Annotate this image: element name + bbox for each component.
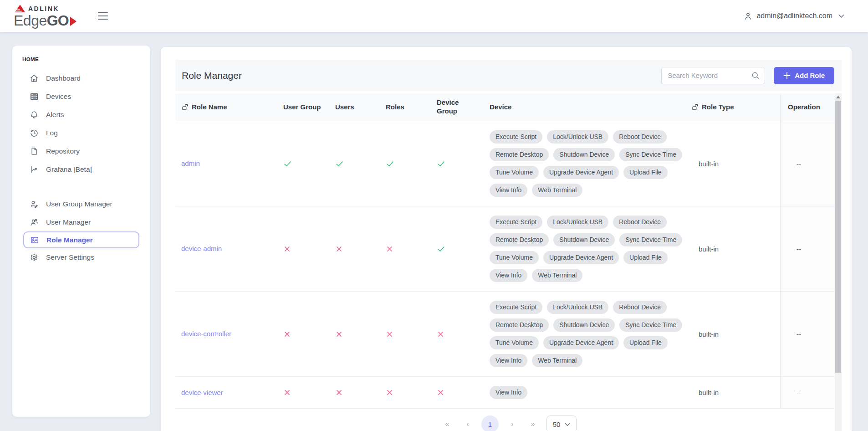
table-scrollbar[interactable] <box>835 93 842 431</box>
sidebar-item-log[interactable]: Log <box>12 124 150 142</box>
operation-cell: -- <box>780 377 842 408</box>
user-group-mark-cell <box>283 159 335 168</box>
pagination-first-button[interactable]: « <box>440 417 454 431</box>
sidebar-item-grafana-beta[interactable]: Grafana [Beta] <box>12 160 150 179</box>
role-type-cell: built-in <box>692 389 780 396</box>
sidebar-item-dashboard[interactable]: Dashboard <box>12 69 150 87</box>
sidebar-item-label: User Group Manager <box>46 200 112 208</box>
cross-icon <box>283 389 291 396</box>
permission-tag-reboot-device: Reboot Device <box>613 301 667 314</box>
permission-tag-view-info: View Info <box>490 184 527 197</box>
operation-cell: -- <box>780 121 842 206</box>
sidebar-item-repository[interactable]: Repository <box>12 142 150 160</box>
role-name-link[interactable]: device-admin <box>181 245 222 252</box>
gear-icon <box>30 253 39 262</box>
scrollbar-thumb[interactable] <box>835 101 841 373</box>
permission-tag-web-terminal: Web Terminal <box>532 354 582 367</box>
users-icon <box>30 218 39 227</box>
search-icon[interactable] <box>751 71 760 82</box>
sidebar-nav-secondary: User Group ManagerUser ManagerRole Manag… <box>12 195 150 267</box>
pagination: « ‹ 1 › » 50 <box>175 416 842 431</box>
permission-tag-reboot-device: Reboot Device <box>613 216 667 229</box>
column-header-label: Users <box>335 103 354 112</box>
sidebar-section-label: HOME <box>22 56 150 62</box>
chevron-down-icon <box>565 423 570 426</box>
user-edit-icon <box>30 200 39 209</box>
users-mark-cell <box>335 245 386 253</box>
add-role-label: Add Role <box>795 72 825 79</box>
sidebar-item-label: Devices <box>46 92 71 101</box>
cross-icon <box>335 245 343 253</box>
role-name-link[interactable]: device-viewer <box>181 389 223 396</box>
check-icon <box>335 159 344 168</box>
role-name-link[interactable]: admin <box>181 159 200 167</box>
cross-icon <box>283 245 291 253</box>
column-header-label: Role Name <box>192 103 227 112</box>
permission-tag-remote-desktop: Remote Desktop <box>490 148 549 161</box>
permission-tag-shutdown-device: Shutdown Device <box>553 318 615 332</box>
search-input[interactable] <box>661 67 765 84</box>
user-group-mark-cell <box>283 245 335 253</box>
permission-tag-execute-script: Execute Script <box>490 130 542 144</box>
permission-tag-web-terminal: Web Terminal <box>532 269 582 282</box>
pagination-current-page[interactable]: 1 <box>481 416 499 431</box>
sidebar-item-label: Dashboard <box>46 74 81 82</box>
devices-icon <box>30 92 39 101</box>
role-name-link[interactable]: device-controller <box>181 330 231 338</box>
page-size-value: 50 <box>553 421 561 428</box>
operation-cell: -- <box>780 292 842 376</box>
pagination-prev-button[interactable]: ‹ <box>461 417 475 431</box>
sidebar-item-server-settings[interactable]: Server Settings <box>12 248 150 267</box>
cross-icon <box>386 245 393 253</box>
bell-icon <box>30 110 39 119</box>
page-size-select[interactable]: 50 <box>546 416 577 431</box>
brand-edge-text: Edge <box>14 13 47 28</box>
column-header-label: Role Type <box>702 103 734 112</box>
table-header-row: Role NameUser GroupUsersRolesDevice Grou… <box>175 93 842 121</box>
sidebar-item-role-manager[interactable]: Role Manager <box>23 231 139 248</box>
add-role-button[interactable]: Add Role <box>774 67 834 84</box>
pagination-next-button[interactable]: › <box>505 417 519 431</box>
column-header-device: Device <box>490 103 692 112</box>
check-icon <box>386 159 394 168</box>
sidebar-item-label: Alerts <box>46 111 64 119</box>
sidebar-item-alerts[interactable]: Alerts <box>12 106 150 124</box>
cross-icon <box>386 330 393 338</box>
sidebar-item-user-manager[interactable]: User Manager <box>12 213 150 231</box>
column-header-user-group: User Group <box>283 103 335 112</box>
check-icon <box>283 159 292 168</box>
hamburger-menu-button[interactable] <box>95 8 111 24</box>
permission-tag-upgrade-device-agent: Upgrade Device Agent <box>543 251 619 264</box>
device-group-mark-cell <box>437 159 490 168</box>
home-icon <box>30 74 39 83</box>
table-row-device-admin: device-adminExecute ScriptLock/Unlock US… <box>175 206 842 291</box>
user-email: admin@adlinktech.com <box>756 12 832 20</box>
sidebar-item-user-group-manager[interactable]: User Group Manager <box>12 195 150 213</box>
user-menu[interactable]: admin@adlinktech.com <box>744 12 844 21</box>
role-name-cell: device-admin <box>175 245 283 253</box>
scroll-up-arrow-icon[interactable] <box>835 93 842 100</box>
permission-tag-execute-script: Execute Script <box>490 216 542 229</box>
column-header-operation: Operation <box>780 93 842 121</box>
permission-tag-tune-volume: Tune Volume <box>490 336 539 349</box>
sidebar-item-devices[interactable]: Devices <box>12 87 150 106</box>
permission-tag-view-info: View Info <box>490 354 527 367</box>
role-type-cell: built-in <box>692 160 780 168</box>
sidebar-nav-primary: DashboardDevicesAlertsLogRepositoryGrafa… <box>12 69 150 179</box>
sidebar-item-label: Server Settings <box>46 253 94 262</box>
permission-tag-view-info: View Info <box>490 269 527 282</box>
sidebar-item-label: Log <box>46 129 58 137</box>
unlock-icon <box>182 103 188 111</box>
column-header-label: Roles <box>386 103 404 112</box>
pagination-last-button[interactable]: » <box>526 417 540 431</box>
table-row-admin: adminExecute ScriptLock/Unlock USBReboot… <box>175 121 842 206</box>
permission-tag-upgrade-device-agent: Upgrade Device Agent <box>543 336 619 349</box>
history-icon <box>30 128 39 138</box>
sidebar-item-label: Grafana [Beta] <box>46 165 92 174</box>
main-content-card: Role Manager Add Role Role NameUser Grou… <box>161 47 852 431</box>
device-permissions-cell: Execute ScriptLock/Unlock USBReboot Devi… <box>490 121 692 206</box>
brand-arrow-icon <box>70 16 77 26</box>
table-row-device-viewer: device-viewerView Infobuilt-in-- <box>175 376 842 408</box>
sidebar-item-label: Repository <box>46 147 80 155</box>
permission-tag-tune-volume: Tune Volume <box>490 251 539 264</box>
